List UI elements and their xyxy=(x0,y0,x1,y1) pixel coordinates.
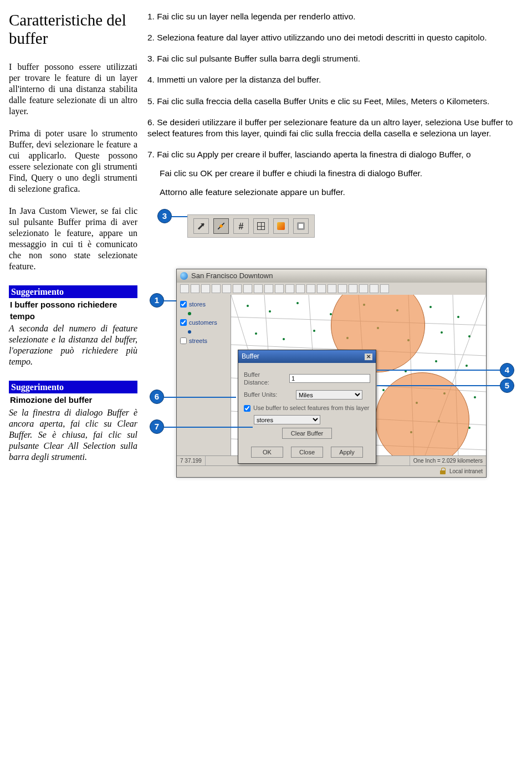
distance-input[interactable] xyxy=(289,374,370,383)
step-2: 2. Seleziona feature dal layer attivo ut… xyxy=(147,32,516,43)
intro-para-2: Prima di poter usare lo strumento Buffer… xyxy=(9,128,137,194)
toolbar-screenshot: # xyxy=(187,214,315,238)
app-tb-btn[interactable] xyxy=(254,284,263,293)
tip-1-head: Suggerimento xyxy=(9,285,137,299)
figure-area: 3 # 1 San Francisco Downtown xyxy=(147,209,516,503)
callout-4: 4 xyxy=(500,363,514,377)
tip-2-subtitle: Rimozione del buffer xyxy=(9,395,137,406)
table-tool-button[interactable] xyxy=(253,218,269,234)
app-tb-btn[interactable] xyxy=(285,284,294,293)
callout-5: 5 xyxy=(500,378,514,393)
dialog-title-text: Buffer xyxy=(242,352,259,361)
apply-button[interactable]: Apply xyxy=(331,447,363,458)
legend-item-stores[interactable]: stores xyxy=(180,300,227,309)
app-tb-btn[interactable] xyxy=(180,284,189,293)
step-6: 6. Se desideri utilizzare il buffer per … xyxy=(147,117,516,139)
legend-chk-streets[interactable] xyxy=(180,337,187,344)
close-button[interactable]: Close xyxy=(291,447,323,458)
svg-point-0 xyxy=(247,305,249,307)
step-7-text: 7. Fai clic su Apply per creare il buffe… xyxy=(147,150,471,159)
app-tb-btn[interactable] xyxy=(275,284,284,293)
layer-select[interactable]: stores xyxy=(254,415,320,424)
svg-point-22 xyxy=(435,360,437,362)
layers-tool-button[interactable] xyxy=(273,218,289,234)
app-tb-btn[interactable] xyxy=(328,284,336,293)
legend-chk-customers[interactable] xyxy=(180,319,187,326)
svg-point-9 xyxy=(283,338,285,340)
svg-point-14 xyxy=(441,331,443,334)
legend-label-customers: customers xyxy=(189,319,217,327)
app-tb-btn[interactable] xyxy=(338,284,347,293)
intro-para-3: In Java Custom Viewer, se fai clic sul p… xyxy=(9,206,137,272)
app-tb-btn[interactable] xyxy=(380,284,389,293)
svg-point-7 xyxy=(457,316,459,318)
callout-4-line xyxy=(377,370,500,371)
dialog-close-icon[interactable]: ✕ xyxy=(365,354,372,360)
app-titlebar: San Francisco Downtown xyxy=(177,269,486,283)
legend-item-customers[interactable]: customers xyxy=(180,319,227,327)
app-tb-btn[interactable] xyxy=(233,284,242,293)
tip-2-head: Suggerimento xyxy=(9,381,137,394)
tip-1-subtitle: I buffer possono richiedere tempo xyxy=(9,299,137,322)
use-buffer-checkbox[interactable] xyxy=(244,405,250,412)
app-tb-btn[interactable] xyxy=(222,284,231,293)
svg-point-23 xyxy=(466,365,468,367)
app-tb-btn[interactable] xyxy=(264,284,273,293)
app-tb-btn[interactable] xyxy=(201,284,210,293)
legend-chk-stores[interactable] xyxy=(180,301,187,308)
tip-2-body: Se la finestra di dialogo Buffer è ancor… xyxy=(9,407,137,463)
svg-point-15 xyxy=(468,335,470,337)
app-tb-btn[interactable] xyxy=(359,284,368,293)
callout-1: 1 xyxy=(150,293,164,308)
app-tb-btn[interactable] xyxy=(317,284,326,293)
svg-point-8 xyxy=(255,332,257,335)
app-tb-btn[interactable] xyxy=(191,284,200,293)
step-5: 5. Fai clic sulla freccia della casella … xyxy=(147,96,516,107)
callout-6-line xyxy=(164,397,236,398)
svg-point-10 xyxy=(313,330,315,332)
step-7-sub-b: Attorno alle feature selezionate appare … xyxy=(147,187,516,198)
buffer-tool-button[interactable] xyxy=(213,218,229,234)
status-scale: One Inch = 2.029 kilometers xyxy=(410,456,486,466)
app-window: San Francisco Downtown stores cu xyxy=(176,269,487,478)
units-select[interactable]: Miles xyxy=(296,390,362,400)
app-title-text: San Francisco Downtown xyxy=(191,271,273,281)
globe-icon xyxy=(180,272,188,280)
buffer-dialog: Buffer ✕ Buffer Distance: Buffer Units: … xyxy=(238,350,376,464)
pencil-tool-button[interactable] xyxy=(193,218,209,234)
clear-buffer-button[interactable]: Clear Buffer xyxy=(282,428,332,439)
callout-7-line xyxy=(164,427,253,428)
app-tb-btn[interactable] xyxy=(212,284,221,293)
callout-6: 6 xyxy=(150,390,164,404)
units-label: Buffer Units: xyxy=(244,391,293,399)
legend-panel: stores customers streets xyxy=(177,295,231,455)
status-coords: 7 37.199 xyxy=(177,456,206,466)
legend-label-streets: streets xyxy=(189,337,207,345)
callout-3: 3 xyxy=(157,209,172,223)
use-buffer-label: Use buffer to select features from this … xyxy=(253,404,370,412)
intro-para-1: I buffer possono essere utilizzati per t… xyxy=(9,62,137,117)
svg-point-31 xyxy=(474,396,476,398)
ok-button[interactable]: OK xyxy=(251,447,283,458)
app-tb-btn[interactable] xyxy=(370,284,378,293)
svg-point-2 xyxy=(296,302,299,304)
step-1: 1. Fai clic su un layer nella legenda pe… xyxy=(147,11,516,22)
svg-point-1 xyxy=(269,310,271,313)
step-7-sub-a: Fai clic su OK per creare il buffer e ch… xyxy=(147,168,516,179)
step-7: 7. Fai clic su Apply per creare il buffe… xyxy=(147,149,516,198)
app-toolbar xyxy=(177,283,486,295)
app-tb-btn[interactable] xyxy=(306,284,315,293)
svg-point-6 xyxy=(429,306,432,308)
clear-tool-button[interactable] xyxy=(293,218,309,234)
callout-5-line xyxy=(377,385,500,386)
dialog-titlebar[interactable]: Buffer ✕ xyxy=(238,350,376,362)
legend-item-streets[interactable]: streets xyxy=(180,337,227,345)
app-tb-btn[interactable] xyxy=(296,284,305,293)
step-3: 3. Fai clic sul pulsante Buffer sulla ba… xyxy=(147,53,516,64)
app-tb-btn[interactable] xyxy=(349,284,357,293)
select-tool-button[interactable]: # xyxy=(233,218,249,234)
distance-label: Buffer Distance: xyxy=(244,371,286,387)
legend-label-stores: stores xyxy=(189,300,206,309)
footer-bar: Local intranet xyxy=(177,465,486,477)
app-tb-btn[interactable] xyxy=(243,284,252,293)
